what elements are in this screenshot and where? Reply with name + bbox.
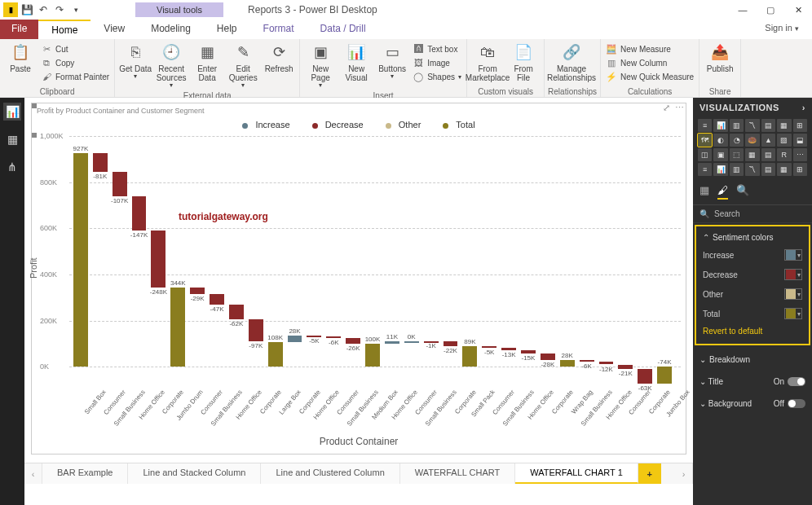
tab-help[interactable]: Help	[204, 20, 250, 39]
breakdown-section[interactable]: ⌄Breakdown	[698, 352, 807, 367]
waterfall-bar[interactable]	[190, 288, 205, 294]
waterfall-bar[interactable]	[249, 319, 263, 341]
shapes-button[interactable]: ◯Shapes ▾	[411, 70, 463, 83]
other-color-picker[interactable]: ▾	[784, 288, 802, 300]
viz-type-icon[interactable]: 📊	[713, 163, 727, 176]
paste-button[interactable]: 📋Paste	[3, 41, 38, 73]
waterfall-bar[interactable]	[560, 360, 575, 367]
viz-type-icon[interactable]: ▦	[777, 119, 791, 132]
new-quick-measure-button[interactable]: ⚡New Quick Measure	[604, 70, 695, 83]
viz-type-icon[interactable]: 〽	[745, 119, 759, 132]
redo-icon[interactable]: ↷	[52, 2, 67, 17]
waterfall-bar[interactable]	[657, 367, 672, 384]
viz-type-icon[interactable]: ▣	[713, 148, 727, 161]
waterfall-bar[interactable]	[73, 153, 88, 367]
viz-type-icon[interactable]: ▤	[761, 148, 775, 161]
waterfall-bar[interactable]	[618, 365, 633, 370]
maximize-icon[interactable]: ▢	[757, 0, 784, 20]
qat-dropdown-icon[interactable]: ▾	[68, 2, 83, 17]
new-page-button[interactable]: ▣New Page▾	[303, 41, 338, 90]
waterfall-bar[interactable]	[365, 344, 380, 367]
focus-mode-icon[interactable]: ⤢	[663, 103, 670, 113]
viz-type-icon[interactable]: ⬓	[793, 134, 807, 147]
waterfall-bar[interactable]	[521, 350, 536, 354]
report-view-icon[interactable]: 📊	[3, 103, 21, 121]
revert-default-link[interactable]: Revert to default	[701, 323, 804, 340]
format-tab-icon[interactable]: 🖌	[717, 184, 728, 200]
viz-type-icon[interactable]: ≡	[698, 119, 712, 132]
waterfall-bar[interactable]	[113, 172, 127, 196]
viz-type-icon[interactable]: ▥	[730, 119, 744, 132]
model-view-icon[interactable]: ⋔	[3, 158, 21, 176]
tab-view[interactable]: View	[90, 20, 138, 39]
page-tab[interactable]: Line and Stacked Column	[128, 463, 261, 484]
new-visual-button[interactable]: 📊New Visual	[339, 41, 373, 82]
format-painter-button[interactable]: 🖌Format Painter	[39, 70, 111, 83]
page-prev-icon[interactable]: ‹	[24, 463, 42, 484]
waterfall-bar[interactable]	[210, 294, 224, 305]
decrease-color-picker[interactable]: ▾	[784, 269, 802, 280]
from-marketplace-button[interactable]: 🛍From Marketplace	[470, 41, 505, 82]
total-color-picker[interactable]: ▾	[784, 308, 802, 319]
new-column-button[interactable]: ▥New Column	[604, 56, 695, 69]
edit-queries-button[interactable]: ✎Edit Queries▾	[226, 41, 260, 90]
buttons-button[interactable]: ▭Buttons▾	[375, 41, 409, 81]
more-options-icon[interactable]: ⋯	[675, 103, 684, 113]
waterfall-bar[interactable]	[346, 338, 360, 344]
waterfall-bar[interactable]	[93, 153, 108, 172]
viz-type-icon[interactable]: 📊	[713, 119, 727, 132]
viz-type-icon[interactable]: ⋯	[793, 148, 807, 161]
waterfall-bar[interactable]	[385, 341, 399, 344]
waterfall-bar[interactable]	[638, 369, 652, 384]
increase-color-picker[interactable]: ▾	[784, 249, 802, 261]
title-toggle[interactable]: On	[774, 377, 805, 386]
viz-type-icon[interactable]: ▤	[761, 119, 775, 132]
from-file-button[interactable]: 📄From File	[506, 41, 541, 82]
add-page-button[interactable]: +	[638, 463, 661, 484]
manage-relationships-button[interactable]: 🔗Manage Relationships	[548, 41, 595, 82]
enter-data-button[interactable]: ▦Enter Data	[190, 41, 224, 82]
waterfall-bar[interactable]	[288, 336, 302, 342]
minimize-icon[interactable]: —	[729, 0, 757, 20]
viz-type-icon[interactable]: ◫	[698, 148, 712, 161]
viz-type-icon[interactable]: R	[777, 148, 791, 161]
waterfall-bar[interactable]	[462, 346, 477, 367]
analytics-tab-icon[interactable]: 🔍	[736, 184, 749, 200]
get-data-button[interactable]: ⎘Get Data▾	[118, 41, 152, 81]
viz-type-icon[interactable]: ◐	[713, 134, 727, 147]
sentiment-head[interactable]: ⌃Sentiment colors	[701, 230, 804, 245]
waterfall-bar[interactable]	[599, 362, 614, 364]
title-section[interactable]: ⌄ Title On	[698, 374, 807, 389]
data-view-icon[interactable]: ▦	[3, 130, 21, 148]
format-search[interactable]: 🔍 Search	[693, 205, 812, 223]
copy-button[interactable]: ⧉Copy	[39, 56, 111, 69]
waterfall-bar[interactable]	[580, 360, 594, 362]
viz-type-icon[interactable]: ⊞	[793, 163, 807, 176]
new-measure-button[interactable]: 🧮New Measure	[604, 42, 695, 55]
tab-home[interactable]: Home	[38, 20, 90, 39]
viz-type-icon[interactable]: ▦	[745, 148, 759, 161]
waterfall-bar[interactable]	[229, 305, 244, 319]
page-tab[interactable]: WATERFALL CHART 1	[515, 463, 638, 484]
visual-frame[interactable]: ⤢ ⋯ Profit by Product Container and Cust…	[31, 103, 686, 455]
viz-type-icon[interactable]: ▤	[761, 163, 775, 176]
tab-modeling[interactable]: Modeling	[138, 20, 204, 39]
waterfall-bar[interactable]	[326, 336, 341, 338]
viz-type-icon[interactable]: ▥	[730, 163, 744, 176]
waterfall-bar[interactable]	[404, 341, 419, 343]
waterfall-bar[interactable]	[268, 342, 283, 367]
viz-type-icon[interactable]: ◔	[730, 134, 744, 147]
waterfall-bar[interactable]	[541, 354, 555, 360]
page-next-icon[interactable]: ›	[675, 463, 693, 484]
waterfall-bar[interactable]	[151, 231, 165, 288]
viz-type-icon[interactable]: 〽	[745, 163, 759, 176]
viz-type-icon[interactable]: ⬚	[730, 148, 744, 161]
background-toggle[interactable]: Off	[774, 399, 805, 408]
viz-type-icon[interactable]: 🍩	[745, 134, 759, 147]
viz-type-icon[interactable]: ≡	[698, 163, 712, 176]
waterfall-bar[interactable]	[170, 288, 185, 367]
fields-tab-icon[interactable]: ▦	[699, 184, 709, 200]
text-box-button[interactable]: 🅰Text box	[411, 42, 463, 55]
waterfall-bar[interactable]	[501, 348, 516, 351]
viz-type-icon[interactable]: 🗺	[698, 134, 712, 147]
